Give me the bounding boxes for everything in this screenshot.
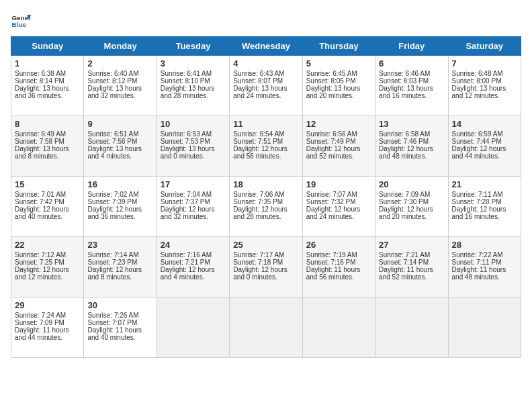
logo-icon: General Blue xyxy=(11,11,31,31)
calendar-cell: 25Sunrise: 7:17 AMSunset: 7:18 PMDayligh… xyxy=(230,237,302,298)
day-number: 25 xyxy=(233,240,298,250)
calendar-cell: 1Sunrise: 6:38 AMSunset: 8:14 PMDaylight… xyxy=(11,56,84,116)
day-number: 7 xyxy=(452,58,517,68)
logo: General Blue xyxy=(11,11,31,31)
calendar-cell: 2Sunrise: 6:40 AMSunset: 8:12 PMDaylight… xyxy=(84,56,157,116)
day-number: 24 xyxy=(161,240,226,250)
calendar-cell xyxy=(230,298,302,358)
calendar-cell: 10Sunrise: 6:53 AMSunset: 7:53 PMDayligh… xyxy=(157,116,229,177)
calendar-cell: 4Sunrise: 6:43 AMSunset: 8:07 PMDaylight… xyxy=(230,56,302,116)
day-number: 17 xyxy=(161,179,226,189)
page-header: General Blue xyxy=(11,11,521,31)
calendar-cell: 29Sunrise: 7:24 AMSunset: 7:09 PMDayligh… xyxy=(11,298,84,358)
day-number: 30 xyxy=(87,300,152,310)
calendar-cell: 11Sunrise: 6:54 AMSunset: 7:51 PMDayligh… xyxy=(230,116,302,177)
day-number: 3 xyxy=(161,58,226,68)
calendar-cell xyxy=(157,298,229,358)
calendar-week-1: 1Sunrise: 6:38 AMSunset: 8:14 PMDaylight… xyxy=(11,56,521,116)
day-number: 13 xyxy=(379,119,444,129)
calendar-cell: 16Sunrise: 7:02 AMSunset: 7:39 PMDayligh… xyxy=(84,177,157,237)
calendar-cell: 23Sunrise: 7:14 AMSunset: 7:23 PMDayligh… xyxy=(84,237,157,298)
calendar-cell: 28Sunrise: 7:22 AMSunset: 7:11 PMDayligh… xyxy=(448,237,521,298)
day-number: 21 xyxy=(452,179,517,189)
day-number: 27 xyxy=(379,240,444,250)
day-number: 6 xyxy=(379,58,444,68)
day-number: 11 xyxy=(233,119,298,129)
weekday-header-tuesday: Tuesday xyxy=(157,37,229,56)
weekday-header-sunday: Sunday xyxy=(11,37,84,56)
weekday-header-thursday: Thursday xyxy=(302,37,375,56)
calendar-table: SundayMondayTuesdayWednesdayThursdayFrid… xyxy=(11,36,521,358)
calendar-cell: 18Sunrise: 7:06 AMSunset: 7:35 PMDayligh… xyxy=(230,177,302,237)
calendar-cell: 6Sunrise: 6:46 AMSunset: 8:03 PMDaylight… xyxy=(375,56,448,116)
weekday-header-wednesday: Wednesday xyxy=(230,37,302,56)
day-number: 19 xyxy=(306,179,371,189)
day-number: 16 xyxy=(87,179,152,189)
calendar-cell: 12Sunrise: 6:56 AMSunset: 7:49 PMDayligh… xyxy=(302,116,375,177)
calendar-cell: 7Sunrise: 6:48 AMSunset: 8:00 PMDaylight… xyxy=(448,56,521,116)
day-number: 1 xyxy=(15,58,80,68)
calendar-cell: 14Sunrise: 6:59 AMSunset: 7:44 PMDayligh… xyxy=(448,116,521,177)
calendar-cell: 17Sunrise: 7:04 AMSunset: 7:37 PMDayligh… xyxy=(157,177,229,237)
day-number: 4 xyxy=(233,58,298,68)
calendar-cell: 30Sunrise: 7:26 AMSunset: 7:07 PMDayligh… xyxy=(84,298,157,358)
calendar-cell: 8Sunrise: 6:49 AMSunset: 7:58 PMDaylight… xyxy=(11,116,84,177)
day-number: 28 xyxy=(452,240,517,250)
calendar-cell: 13Sunrise: 6:58 AMSunset: 7:46 PMDayligh… xyxy=(375,116,448,177)
day-number: 23 xyxy=(87,240,152,250)
day-number: 2 xyxy=(87,58,152,68)
day-number: 14 xyxy=(452,119,517,129)
calendar-cell xyxy=(302,298,375,358)
day-number: 5 xyxy=(306,58,371,68)
calendar-week-4: 22Sunrise: 7:12 AMSunset: 7:25 PMDayligh… xyxy=(11,237,521,298)
calendar-cell: 22Sunrise: 7:12 AMSunset: 7:25 PMDayligh… xyxy=(11,237,84,298)
day-number: 9 xyxy=(87,119,152,129)
day-number: 10 xyxy=(161,119,226,129)
day-number: 22 xyxy=(15,240,80,250)
calendar-week-2: 8Sunrise: 6:49 AMSunset: 7:58 PMDaylight… xyxy=(11,116,521,177)
calendar-week-5: 29Sunrise: 7:24 AMSunset: 7:09 PMDayligh… xyxy=(11,298,521,358)
day-number: 18 xyxy=(233,179,298,189)
day-number: 12 xyxy=(306,119,371,129)
calendar-week-3: 15Sunrise: 7:01 AMSunset: 7:42 PMDayligh… xyxy=(11,177,521,237)
calendar-cell: 21Sunrise: 7:11 AMSunset: 7:28 PMDayligh… xyxy=(448,177,521,237)
calendar-cell: 26Sunrise: 7:19 AMSunset: 7:16 PMDayligh… xyxy=(302,237,375,298)
calendar-cell: 19Sunrise: 7:07 AMSunset: 7:32 PMDayligh… xyxy=(302,177,375,237)
calendar-cell: 5Sunrise: 6:45 AMSunset: 8:05 PMDaylight… xyxy=(302,56,375,116)
weekday-header-saturday: Saturday xyxy=(448,37,521,56)
day-number: 8 xyxy=(15,119,80,129)
calendar-cell: 20Sunrise: 7:09 AMSunset: 7:30 PMDayligh… xyxy=(375,177,448,237)
svg-text:Blue: Blue xyxy=(12,21,27,28)
day-number: 29 xyxy=(15,300,80,310)
calendar-cell: 27Sunrise: 7:21 AMSunset: 7:14 PMDayligh… xyxy=(375,237,448,298)
calendar-cell: 15Sunrise: 7:01 AMSunset: 7:42 PMDayligh… xyxy=(11,177,84,237)
weekday-header-monday: Monday xyxy=(84,37,157,56)
day-number: 15 xyxy=(15,179,80,189)
weekday-header-friday: Friday xyxy=(375,37,448,56)
day-number: 20 xyxy=(379,179,444,189)
calendar-cell xyxy=(448,298,521,358)
calendar-cell: 24Sunrise: 7:16 AMSunset: 7:21 PMDayligh… xyxy=(157,237,229,298)
calendar-cell: 3Sunrise: 6:41 AMSunset: 8:10 PMDaylight… xyxy=(157,56,229,116)
calendar-cell xyxy=(375,298,448,358)
calendar-cell: 9Sunrise: 6:51 AMSunset: 7:56 PMDaylight… xyxy=(84,116,157,177)
day-number: 26 xyxy=(306,240,371,250)
